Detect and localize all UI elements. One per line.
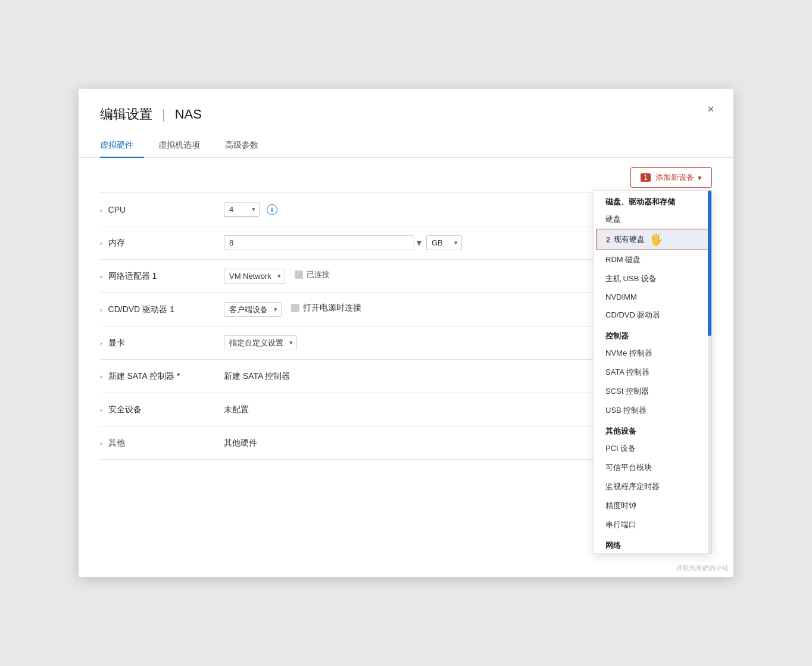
dropdown-item-nvdimm[interactable]: NVDIMM: [594, 288, 711, 306]
dialog-separator: |: [162, 107, 165, 122]
close-button[interactable]: ×: [707, 103, 714, 115]
dropdown-item-usb-ctrl[interactable]: USB 控制器: [594, 401, 711, 420]
network-select[interactable]: VM Network: [224, 269, 285, 284]
add-device-dropdown: 磁盘、驱动器和存储 硬盘 2 现有硬盘 🖐 RDM 磁盘 主机 USB 设备 N…: [593, 190, 712, 554]
dropdown-item-cddvd[interactable]: CD/DVD 驱动器: [594, 306, 711, 325]
network-status-dot: [295, 270, 303, 279]
add-device-button[interactable]: 1 添加新设备 ▾: [630, 167, 712, 188]
gpu-select-wrap: 指定自定义设置: [224, 335, 297, 350]
cddvd-label: › CD/DVD 驱动器 1: [100, 293, 219, 326]
cpu-select[interactable]: 4 1 2 8: [224, 202, 260, 217]
memory-unit-select[interactable]: GB MB: [426, 235, 462, 250]
cpu-chevron-icon[interactable]: ›: [100, 207, 102, 214]
sata-label: › 新建 SATA 控制器 *: [100, 360, 219, 393]
memory-chevron-icon[interactable]: ›: [100, 239, 102, 247]
sata-chevron-icon[interactable]: ›: [100, 373, 102, 380]
dropdown-scrollbar-thumb: [708, 191, 711, 336]
dropdown-item-host-usb[interactable]: 主机 USB 设备: [594, 269, 711, 288]
dialog-subtitle: NAS: [175, 107, 202, 122]
tab-vm-options[interactable]: 虚拟机选项: [158, 134, 211, 158]
cpu-label: › CPU: [100, 193, 219, 226]
dropdown-item-pci[interactable]: PCI 设备: [594, 439, 711, 458]
memory-input[interactable]: [224, 235, 414, 250]
dropdown-item-watchdog[interactable]: 监视程序定时器: [594, 477, 711, 496]
memory-unit-select-wrap: GB MB: [426, 235, 462, 250]
network-status: 已连接: [295, 269, 330, 280]
cddvd-select[interactable]: 客户端设备: [224, 302, 282, 317]
dropdown-arrow-icon: ▾: [698, 173, 702, 182]
cpu-info-icon[interactable]: i: [267, 204, 277, 215]
watermark: @欧泡果奶的小站: [676, 564, 729, 572]
existing-disk-badge: 2: [606, 235, 610, 244]
network-chevron-icon[interactable]: ›: [100, 273, 102, 280]
gpu-chevron-icon[interactable]: ›: [100, 340, 102, 347]
tab-virtual-hardware[interactable]: 虚拟硬件: [100, 134, 144, 158]
dropdown-section-other-devices: 其他设备: [594, 420, 711, 439]
security-chevron-icon[interactable]: ›: [100, 406, 102, 413]
dropdown-section-controller: 控制器: [594, 325, 711, 344]
dropdown-item-rdm[interactable]: RDM 磁盘: [594, 250, 711, 269]
dialog-title: 编辑设置: [100, 105, 152, 123]
dropdown-section-network: 网络: [594, 534, 711, 553]
edit-settings-dialog: 编辑设置 | NAS × 虚拟硬件 虚拟机选项 高级参数 1 添加新设备 ▾ 磁…: [79, 89, 733, 577]
cddvd-chevron-icon[interactable]: ›: [100, 306, 102, 313]
dropdown-item-tpm[interactable]: 可信平台模块: [594, 458, 711, 477]
dropdown-item-existing-disk[interactable]: 2 现有硬盘 🖐: [596, 229, 709, 250]
other-chevron-icon[interactable]: ›: [100, 440, 102, 447]
add-device-badge: 1: [641, 173, 651, 182]
cursor-icon: 🖐: [649, 233, 663, 246]
memory-dropdown-arrow-icon: ▾: [417, 237, 421, 248]
dropdown-item-serial[interactable]: 串行端口: [594, 515, 711, 534]
tab-bar: 虚拟硬件 虚拟机选项 高级参数: [79, 134, 733, 158]
network-select-wrap: VM Network: [224, 269, 285, 284]
tab-advanced-params[interactable]: 高级参数: [225, 134, 269, 158]
dropdown-section-storage: 磁盘、驱动器和存储: [594, 191, 711, 210]
memory-label: › 内存: [100, 226, 219, 260]
dropdown-item-harddisk[interactable]: 硬盘: [594, 210, 711, 229]
dropdown-item-sata[interactable]: SATA 控制器: [594, 363, 711, 382]
gpu-select[interactable]: 指定自定义设置: [224, 335, 297, 350]
dropdown-item-nvme[interactable]: NVMe 控制器: [594, 344, 711, 363]
security-label: › 安全设备: [100, 393, 219, 427]
dialog-header: 编辑设置 | NAS ×: [79, 89, 733, 123]
cddvd-select-wrap: 客户端设备: [224, 302, 282, 317]
cddvd-status: 打开电源时连接: [291, 303, 361, 313]
toolbar-row: 1 添加新设备 ▾ 磁盘、驱动器和存储 硬盘 2 现有硬盘 🖐 RDM 磁盘 主…: [100, 167, 712, 188]
cpu-select-wrap: 4 1 2 8: [224, 202, 260, 217]
network-label: › 网络适配器 1: [100, 260, 219, 293]
other-label: › 其他: [100, 427, 219, 460]
content-area: 1 添加新设备 ▾ 磁盘、驱动器和存储 硬盘 2 现有硬盘 🖐 RDM 磁盘 主…: [79, 167, 733, 481]
dropdown-item-scsi[interactable]: SCSI 控制器: [594, 382, 711, 401]
dropdown-scrollbar-track: [708, 191, 711, 553]
add-device-label: 添加新设备: [655, 172, 694, 183]
gpu-label: › 显卡: [100, 326, 219, 360]
dropdown-item-precision-clock[interactable]: 精度时钟: [594, 496, 711, 515]
cddvd-status-dot: [291, 304, 299, 312]
